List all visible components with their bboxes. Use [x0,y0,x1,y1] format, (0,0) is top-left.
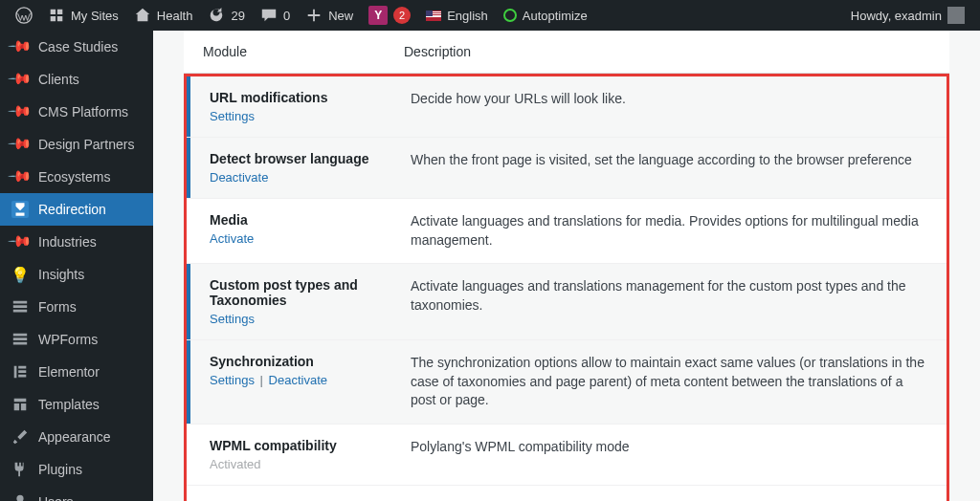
modules-highlight-box: URL modificationsSettingsDecide how your… [184,74,949,501]
sidebar-item-label: CMS Platforms [38,104,128,120]
module-row: SynchronizationSettings | DeactivateThe … [187,340,947,425]
sidebar-item-cms-platforms[interactable]: 📌CMS Platforms [0,96,153,128]
language-switcher[interactable]: English [418,0,496,31]
module-row: Custom post types and TaxonomiesSettings… [187,264,947,340]
sidebar-item-label: Templates [38,397,100,412]
comments-count: 0 [283,9,290,23]
sidebar-item-insights[interactable]: 💡Insights [0,258,153,291]
module-title: URL modifications [210,90,411,105]
sidebar-item-elementor[interactable]: Elementor [0,356,153,388]
main-content: Module Description URL modificationsSett… [153,31,980,501]
updates[interactable]: 29 [200,0,252,31]
module-description: Activate languages and translations for … [411,212,927,250]
admin-toolbar: My Sites Health 29 0 New Y2 English Auto… [0,0,980,31]
module-title: Synchronization [210,354,411,369]
module-actions: Activated [210,457,411,471]
sidebar-item-redirection[interactable]: Redirection [0,193,153,226]
yoast-icon: Y [368,6,388,25]
module-action-settings[interactable]: Settings [210,312,255,326]
sidebar-item-templates[interactable]: Templates [0,388,153,421]
module-action-deactivate[interactable]: Deactivate [269,373,327,387]
svg-point-1 [16,495,23,501]
avatar-icon [947,7,965,24]
module-row: Share slugsActivatedAllows to share the … [187,486,947,501]
sidebar-item-label: Ecosystems [38,169,110,185]
sidebar-item-wpforms[interactable]: WPForms [0,323,153,356]
sidebar-item-ecosystems[interactable]: 📌Ecosystems [0,161,153,193]
new-label: New [328,9,353,23]
sidebar-item-label: Forms [38,299,77,315]
autoptimize[interactable]: Autoptimize [496,0,595,31]
sidebar-item-clients[interactable]: 📌Clients [0,63,153,96]
sites-icon [48,7,65,24]
sidebar-item-design-partners[interactable]: 📌Design Partners [0,128,153,161]
module-title: Custom post types and Taxonomies [210,277,411,308]
sidebar-item-industries[interactable]: 📌Industries [0,226,153,258]
module-row: URL modificationsSettingsDecide how your… [187,76,947,138]
sidebar-item-label: Plugins [38,462,82,477]
howdy-label: Howdy, exadmin [851,9,942,23]
module-description: When the front page is visited, set the … [411,151,927,185]
module-action-settings[interactable]: Settings [210,109,255,123]
new-content[interactable]: New [298,0,361,31]
module-row: Detect browser languageDeactivateWhen th… [187,138,947,199]
sidebar-item-plugins[interactable]: Plugins [0,453,153,486]
module-description: Polylang's WPML compatibility mode [411,438,927,471]
autoptimize-icon [503,9,517,22]
comments[interactable]: 0 [253,0,298,31]
wordpress-icon [15,7,33,24]
module-action-activated: Activated [210,457,260,471]
module-actions: Settings [210,109,411,123]
module-title: Media [210,212,411,228]
module-actions: Activate [210,231,411,246]
yoast-badge: 2 [393,7,411,24]
module-actions: Settings [210,312,411,326]
sidebar-item-appearance[interactable]: Appearance [0,421,153,453]
module-row: WPML compatibilityActivatedPolylang's WP… [187,425,947,486]
my-sites-label: My Sites [71,9,119,23]
health-label: Health [157,9,193,23]
site-health[interactable]: Health [126,0,201,31]
sidebar-item-label: Design Partners [38,137,134,152]
module-description: The synchronization options allow to mai… [411,354,927,410]
sidebar-item-label: Insights [38,267,84,282]
sidebar-item-label: Elementor [38,364,100,380]
column-header-description: Description [404,44,930,59]
yoast-seo[interactable]: Y2 [361,0,418,31]
updates-count: 29 [231,9,244,23]
sidebar-item-label: Redirection [38,202,106,217]
column-header-module: Module [203,44,404,59]
module-actions: Settings | Deactivate [210,373,411,387]
module-title: WPML compatibility [210,438,411,453]
my-sites[interactable]: My Sites [40,0,126,31]
admin-sidebar: 📌Case Studies📌Clients📌CMS Platforms📌Desi… [0,31,153,501]
sidebar-item-label: Appearance [38,429,111,445]
autoptimize-label: Autoptimize [523,9,588,23]
module-row: MediaActivateActivate languages and tran… [187,199,947,264]
module-action-settings[interactable]: Settings [210,373,255,387]
refresh-icon [208,7,225,24]
module-description: Activate languages and translations mana… [411,277,927,326]
sidebar-item-forms[interactable]: Forms [0,291,153,323]
sidebar-item-label: Users [38,494,74,501]
sidebar-item-label: WPForms [38,332,98,347]
home-icon [134,7,151,24]
sidebar-item-label: Industries [38,234,97,250]
sidebar-item-users[interactable]: Users [0,486,153,501]
module-actions: Deactivate [210,170,411,185]
comment-icon [260,7,278,24]
howdy-account[interactable]: Howdy, exadmin [843,0,972,31]
module-description: Decide how your URLs will look like. [411,90,927,123]
sidebar-item-label: Case Studies [38,39,118,54]
sidebar-item-label: Clients [38,72,79,87]
modules-table-header: Module Description [184,31,949,74]
module-title: Detect browser language [210,151,411,166]
module-action-deactivate[interactable]: Deactivate [210,170,268,185]
sidebar-item-case-studies[interactable]: 📌Case Studies [0,31,153,63]
us-flag-icon [426,11,441,21]
language-label: English [447,9,488,23]
plus-icon [305,7,323,24]
wp-logo[interactable] [8,0,40,31]
module-action-activate[interactable]: Activate [210,231,254,246]
